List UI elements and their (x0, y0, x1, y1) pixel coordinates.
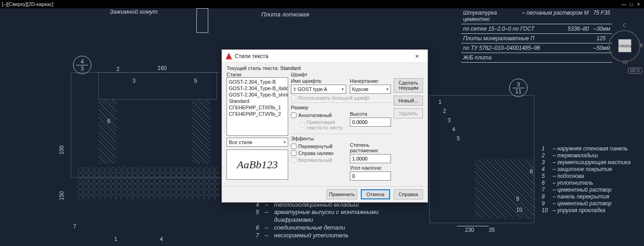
size-group-label: Размер (291, 105, 391, 110)
big-font-checkbox: Использовать большой шрифт (291, 95, 391, 101)
dim-label: 10 (516, 207, 522, 213)
spec-row: по сетке 15–2.0–0 по ГОСТ 5336–80 –30мм (461, 24, 612, 34)
dim-label: 150 (58, 191, 65, 200)
delete-style-button: Удалить (394, 108, 423, 118)
dim-label: 9 (516, 196, 519, 202)
chevron-down-icon: ▾ (342, 87, 344, 91)
dialog-titlebar[interactable]: Стили текста × (222, 50, 428, 63)
app-logo-icon (226, 53, 232, 59)
dim-label: 1 (438, 99, 442, 105)
style-list-item[interactable]: СГЕНЕРИР_СТИЛЬ_1 (227, 104, 288, 111)
spec-row: Штукатурка цементно – песчаным раствором… (461, 8, 612, 24)
style-list-item[interactable]: GOST-2.304_Type-B_italic (227, 85, 288, 91)
drawing-label: Плита лотковая (261, 11, 309, 18)
spec-row: по ТУ 5762–010–04001485–96 –50мм (461, 43, 612, 53)
styles-listbox[interactable]: GOST-2.304_Type-B GOST-2.304_Type-B_ital… (227, 77, 288, 136)
rtl-checkbox[interactable]: Справа налево (291, 150, 346, 156)
viewcube-face[interactable]: Сверху (618, 39, 631, 52)
vertical-checkbox: Вертикальный (291, 157, 346, 163)
detail-callout: 4 3 (73, 56, 91, 74)
orient-checkbox: Ориентация текста по листу (299, 119, 346, 130)
font-style-label: Начертание: (350, 78, 391, 84)
dialog-title: Стили текста (235, 53, 410, 59)
style-filter-dropdown[interactable]: Все стили ▾ (227, 138, 288, 147)
set-current-button[interactable]: Сделать текущим (394, 78, 423, 93)
window-close-button[interactable]: × (635, 1, 642, 7)
font-name-label: Имя шрифта: (291, 78, 346, 84)
width-factor-input[interactable] (350, 154, 391, 163)
dim-label: 4 (160, 236, 163, 242)
app-title: [–][Сверху][2D-каркас] (2, 1, 53, 7)
dim-label: 1 (114, 236, 117, 242)
spec-row: Плиты минераловатные П 125 (461, 34, 612, 43)
help-button[interactable]: Справка (394, 189, 423, 199)
window-maximize-button[interactable]: □ (628, 1, 635, 7)
width-factor-label: Степень растяжения: (350, 142, 391, 153)
chevron-down-icon: ▾ (284, 140, 286, 144)
dim-label: 4 (452, 126, 455, 133)
ucs-badge[interactable]: МСК (628, 68, 642, 74)
window-minimize-button[interactable]: — (620, 1, 628, 7)
dim-label: 7 (73, 223, 76, 230)
drawing-label: Зажимной хомут (110, 8, 158, 15)
style-list-item[interactable]: СГЕНЕРИР_СТИЛЬ_2 (227, 111, 288, 117)
text-styles-dialog: Стили текста × Текущий стиль текста: Sta… (222, 49, 428, 203)
dim-label: 6 (107, 118, 111, 124)
dim-label: 5 (457, 135, 460, 142)
upside-down-checkbox[interactable]: Перевернутый (291, 144, 346, 149)
viewcube[interactable]: С В Ю Сверху (608, 17, 640, 63)
font-group-label: Шрифт (291, 72, 391, 77)
dim-label: 230 (465, 227, 474, 233)
style-preview: AaBb123 (227, 150, 288, 180)
oblique-label: Угол наклона: (350, 165, 391, 171)
dim-label: 5 (194, 78, 197, 84)
oblique-input[interactable] (350, 171, 391, 181)
style-list-item[interactable]: GOST-2.304_Type-B_shrink (227, 91, 288, 98)
height-input[interactable] (350, 118, 391, 127)
dim-label: 3 (132, 78, 136, 84)
height-label: Высота (350, 111, 391, 117)
viewcube-east[interactable]: В (640, 43, 643, 48)
chevron-down-icon: ▾ (386, 87, 389, 91)
current-style-label: Текущий стиль текста: Standard (227, 65, 423, 71)
styles-list-label: Стили: (227, 72, 288, 77)
viewcube-north[interactable]: С (623, 23, 626, 28)
dim-label: 2 (116, 66, 120, 72)
dialog-footer: Применить Отмена Справка (222, 186, 428, 202)
dim-label: 35 (489, 227, 495, 233)
style-list-item[interactable]: Standard (227, 98, 288, 104)
style-list-item[interactable]: GOST-2.304_Type-B (227, 79, 288, 85)
spec-table: Штукатурка цементно – песчаным раствором… (461, 8, 612, 63)
dialog-close-button[interactable]: × (410, 53, 424, 60)
spec-row: Ж/Б плита (461, 53, 612, 63)
dim-label: 3 (448, 117, 451, 123)
dim-label: 100 (58, 145, 65, 155)
app-titlebar: [–][Сверху][2D-каркас] — □ × (0, 0, 644, 8)
cancel-button[interactable]: Отмена (361, 189, 390, 199)
legend-right: 1– наружняя стеновая панель 2– термовкла… (542, 145, 642, 214)
dim-label: 8 (530, 168, 533, 175)
current-style-value: Standard (280, 65, 301, 71)
dim-label: 2 (443, 108, 446, 114)
new-style-button[interactable]: Новый... (394, 96, 423, 106)
annotative-checkbox[interactable]: Аннотативный (291, 112, 346, 118)
apply-button[interactable]: Применить (327, 189, 357, 199)
dim-label: 160 (158, 65, 167, 71)
detail-callout: 3 11 (509, 79, 528, 97)
effects-group-label: Эффекты (291, 136, 391, 141)
font-name-dropdown[interactable]: T GOST type A ▾ (291, 85, 346, 94)
font-style-dropdown[interactable]: Курсив ▾ (350, 85, 391, 94)
